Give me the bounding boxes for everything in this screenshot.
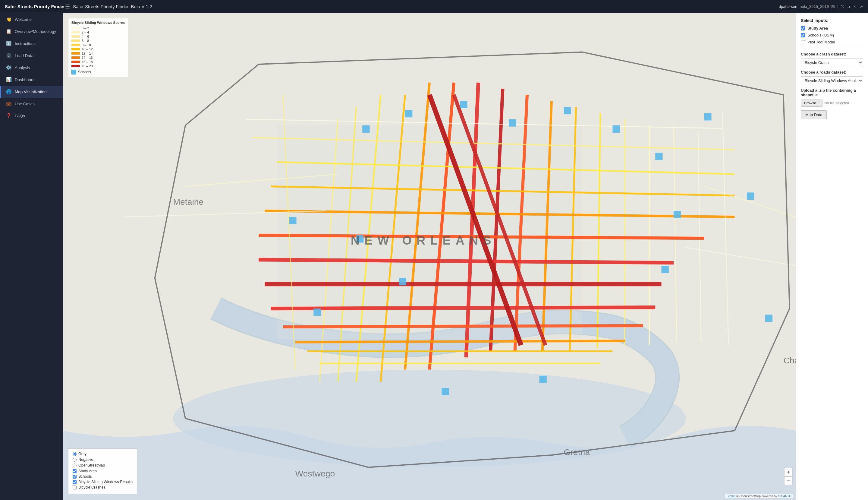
sidebar-item-use-cases[interactable]: 💼 Use Cases [0, 98, 63, 110]
topbar: Safer Streets Priority Finder ☰ Safer St… [0, 0, 868, 13]
svg-line-35 [125, 211, 326, 217]
svg-line-37 [686, 248, 796, 266]
svg-rect-46 [655, 153, 662, 160]
svg-line-23 [258, 260, 674, 263]
rp-checkbox-0[interactable] [801, 26, 805, 31]
right-panel: Select Inputs: Study Area Schools (OSM) … [796, 13, 868, 500]
upload-label: Upload a .zip file containing a shapefil… [801, 88, 863, 97]
svg-text:Chalmette: Chalmette [783, 355, 796, 365]
carto-link[interactable]: © CARTO [778, 495, 791, 498]
crash-dataset-select[interactable]: Bicycle CrashPedestrian Crash [801, 58, 863, 67]
svg-line-33 [454, 95, 545, 345]
svg-rect-54 [540, 376, 547, 383]
basemap-label-osm: OpenStreetMap [78, 463, 105, 467]
input-checkbox-1[interactable]: Schools (OSM) [801, 33, 863, 37]
map-legend: Bicycle Sliding Windows Scores 0 – 2 2 –… [68, 18, 128, 77]
svg-line-34 [185, 174, 338, 187]
github-icon[interactable]: ⌥ [852, 4, 857, 9]
mail-icon[interactable]: ✉ [831, 4, 835, 9]
svg-line-7 [466, 83, 478, 357]
layer-checkbox-3[interactable] [73, 486, 77, 489]
svg-rect-43 [509, 119, 516, 126]
legend-swatch [71, 56, 80, 59]
layer-checkbox-0[interactable] [73, 469, 77, 473]
roads-dataset-select[interactable]: Bicycle Sliding Windows AnalysisOther An… [801, 76, 863, 85]
twitter-icon[interactable]: 𝕏 [841, 4, 844, 9]
legend-label: 4 – 6 [82, 35, 89, 38]
sidebar-item-faqs[interactable]: ❓ FAQs [0, 110, 63, 122]
svg-rect-50 [356, 235, 363, 242]
svg-line-5 [405, 83, 429, 370]
map-data-button[interactable]: Map Data [801, 110, 827, 119]
layer-label-1: Schools [78, 474, 92, 479]
sidebar-item-dashboard[interactable]: 📊 Dashboard [0, 73, 63, 86]
schools-legend-label: Schools [78, 70, 91, 74]
social-icons: ✉ f 𝕏 in ⌥ ↗ [831, 4, 863, 9]
sidebar-item-analysis[interactable]: ⚙️ Analysis [0, 61, 63, 73]
layer-panel: Grey Negative OpenStreetMap Study Area S… [68, 448, 137, 494]
map-container[interactable]: NEW ORLEANS Metairie Gretna Westwego Cha… [63, 13, 796, 500]
legend-swatch [71, 52, 80, 55]
sidebar-icon-load-data: 🗄️ [6, 53, 12, 58]
basemap-radio-grey[interactable] [73, 452, 77, 456]
svg-rect-56 [313, 308, 321, 316]
input-checkbox-2[interactable]: Pilot Tool Model [801, 40, 863, 44]
sidebar-item-welcome[interactable]: 👋 Welcome [0, 13, 63, 25]
zoom-in-button[interactable]: + [784, 468, 792, 477]
svg-line-27 [296, 341, 625, 342]
sidebar-item-instructions[interactable]: ℹ️ Instructions [0, 37, 63, 49]
browse-button[interactable]: Browse... [801, 100, 822, 107]
basemap-option-osm[interactable]: OpenStreetMap [73, 463, 132, 467]
svg-line-36 [704, 186, 796, 217]
sidebar-label-overview: Overview/Methodology [15, 29, 56, 34]
layer-check-0[interactable]: Study Area [73, 469, 132, 473]
svg-point-1 [173, 370, 686, 467]
svg-line-3 [356, 95, 381, 382]
sidebar-icon-instructions: ℹ️ [6, 41, 12, 46]
facebook-icon[interactable]: f [837, 4, 838, 9]
sidebar-item-map-visualization[interactable]: 🌐 Map Visualization [0, 86, 63, 98]
sidebar-item-overview[interactable]: 📋 Overview/Methodology [0, 25, 63, 37]
sidebar-label-analysis: Analysis [15, 66, 30, 70]
svg-rect-51 [704, 113, 711, 120]
leaflet-link[interactable]: Leaflet [726, 495, 736, 498]
basemap-option-negative[interactable]: Negative [73, 457, 132, 462]
legend-label: 14 – 16 [82, 56, 93, 59]
layer-check-2[interactable]: Bicycle Sliding Windows Results [73, 480, 132, 484]
sidebar-label-instructions: Instructions [15, 41, 36, 46]
linkedin-icon[interactable]: in [847, 4, 850, 9]
svg-rect-42 [460, 101, 467, 108]
layer-check-3[interactable]: Bicycle Crashes [73, 485, 132, 489]
svg-rect-55 [442, 388, 449, 395]
sidebar-icon-map-visualization: 🌐 [6, 89, 12, 94]
basemap-label-grey: Grey [78, 452, 86, 456]
layer-checkbox-2[interactable] [73, 480, 77, 484]
svg-text:NEW ORLEANS: NEW ORLEANS [351, 234, 496, 247]
svg-line-17 [338, 107, 356, 382]
external-link-icon[interactable]: ↗ [859, 4, 863, 9]
svg-line-11 [570, 107, 576, 351]
svg-line-28 [253, 137, 735, 150]
layer-checkbox-1[interactable] [73, 475, 77, 479]
basemap-radio-negative[interactable] [73, 458, 77, 462]
svg-line-32 [429, 95, 521, 345]
legend-row: 18 – 20 [71, 64, 125, 68]
svg-rect-41 [405, 110, 412, 117]
rp-checkbox-2[interactable] [801, 40, 805, 44]
svg-rect-40 [362, 125, 370, 133]
hamburger-menu[interactable]: ☰ [65, 3, 70, 10]
sidebar-item-load-data[interactable]: 🗄️ Load Data [0, 49, 63, 61]
legend-swatch [71, 61, 80, 63]
schools-swatch [71, 70, 76, 75]
sidebar-icon-faqs: ❓ [6, 113, 12, 118]
zoom-out-button[interactable]: − [784, 477, 792, 485]
basemap-radio-osm[interactable] [73, 464, 77, 467]
svg-text:Gretna: Gretna [564, 447, 590, 457]
legend-row: 6 – 8 [71, 39, 125, 43]
rp-checkbox-1[interactable] [801, 33, 805, 37]
layer-check-1[interactable]: Schools [73, 474, 132, 479]
no-file-label: No file selected [824, 101, 849, 105]
legend-label: 2 – 4 [82, 31, 89, 34]
basemap-option-grey[interactable]: Grey [73, 452, 132, 456]
input-checkbox-0[interactable]: Study Area [801, 26, 863, 31]
